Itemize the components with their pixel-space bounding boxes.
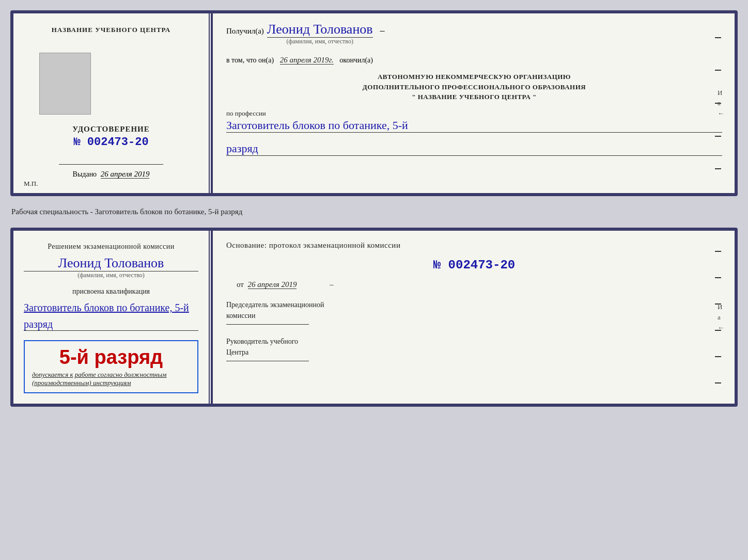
edge-char-arrow: ←: [718, 109, 724, 118]
director-block: Руководитель учебного Центра: [226, 336, 722, 361]
side-dash-1: [715, 37, 721, 38]
chairman-title2: комиссии: [226, 310, 722, 321]
org-line2: ДОПОЛНИТЕЛЬНОГО ПРОФЕССИОНАЛЬНОГО ОБРАЗО…: [226, 82, 722, 92]
qual-person-name: Леонид Толованов: [24, 255, 198, 271]
qual-side-dash-5: [715, 356, 721, 357]
basis-number: № 002473-20: [226, 258, 722, 272]
date-suffix: окончил(а): [339, 56, 373, 64]
udost-label: УДОСТОВЕРЕНИЕ: [72, 125, 150, 134]
rank-value: разряд: [226, 142, 722, 156]
qual-side-dash-1: [715, 251, 721, 252]
date-row: в том, что он(а) 26 апреля 2019г. окончи…: [226, 56, 722, 65]
profession-label: по профессии: [226, 109, 722, 118]
org-line1: АВТОНОМНУЮ НЕКОММЕРЧЕСКУЮ ОРГАНИЗАЦИЮ: [226, 72, 722, 82]
training-center-name-top: НАЗВАНИЕ УЧЕБНОГО ЦЕНТРА: [52, 26, 171, 34]
qual-side-dash-2: [715, 277, 721, 278]
mp-stamp: М.П.: [24, 180, 38, 188]
specialty-label: Рабочая специальность - Заготовитель бло…: [10, 205, 738, 218]
qual-right-edge-decorations: И а ←: [718, 303, 724, 332]
org-line3: " НАЗВАНИЕ УЧЕБНОГО ЦЕНТРА ": [226, 92, 722, 102]
qual-name-subtitle: (фамилия, имя, отчество): [77, 271, 144, 279]
side-dash-4: [715, 136, 721, 137]
assigned-label: присвоена квалификация: [24, 287, 198, 296]
cert-right-panel: Получил(а) Леонид Толованов (фамилия, им…: [214, 13, 735, 193]
director-signature-line: [226, 361, 309, 361]
admit-value: работе согласно должностным: [75, 371, 167, 378]
basis-date-value: 26 апреля 2019: [248, 280, 297, 289]
admit-italic: работе согласно должностным: [75, 371, 167, 378]
received-label: Получил(а): [226, 27, 264, 36]
qual-card-divider: [211, 231, 213, 404]
profession-block: по профессии Заготовитель блоков по бота…: [226, 109, 722, 133]
chairman-title: Председатель экзаменационной: [226, 299, 722, 310]
card-divider: [211, 13, 213, 193]
qual-profession: Заготовитель блоков по ботанике, 5-й: [24, 301, 198, 314]
page-wrapper: НАЗВАНИЕ УЧЕБНОГО ЦЕНТРА УДОСТОВЕРЕНИЕ №…: [10, 10, 738, 407]
side-dash-3: [715, 103, 721, 104]
photo-placeholder: [39, 53, 91, 115]
profession-value: Заготовитель блоков по ботанике, 5-й: [226, 119, 722, 133]
certificate-card-top: НАЗВАНИЕ УЧЕБНОГО ЦЕНТРА УДОСТОВЕРЕНИЕ №…: [10, 10, 738, 196]
admit-prefix: допускается к: [32, 371, 73, 378]
grade-display: 5-й разряд: [32, 346, 190, 369]
chairman-block: Председатель экзаменационной комиссии: [226, 299, 722, 325]
grade-box: 5-й разряд допускается к работе согласно…: [24, 340, 198, 393]
recipient-name: Леонид Толованов: [267, 22, 373, 37]
qual-left-panel: Решением экзаменационной комиссии Леонид…: [13, 231, 210, 404]
basis-dash: –: [330, 280, 334, 289]
director-title: Руководитель учебного: [226, 336, 722, 347]
issued-date: 26 апреля 2019: [101, 170, 150, 179]
side-dash-2: [715, 70, 721, 71]
basis-date-prefix: от: [237, 280, 244, 289]
qual-edge-char-a: а: [718, 313, 724, 322]
org-block: АВТОНОМНУЮ НЕКОММЕРЧЕСКУЮ ОРГАНИЗАЦИЮ ДО…: [226, 72, 722, 102]
basis-date-row: от 26 апреля 2019 –: [226, 280, 722, 289]
side-dash-5: [715, 168, 721, 169]
date-prefix: в том, что он(а): [226, 56, 274, 64]
completion-date: 26 апреля 2019г.: [280, 56, 334, 65]
qual-side-dash-4: [715, 330, 721, 331]
chairman-signature-line: [226, 324, 309, 325]
qual-rank: разряд: [24, 318, 198, 331]
qual-side-dash-6: [715, 382, 721, 383]
received-row: Получил(а) Леонид Толованов (фамилия, им…: [226, 24, 722, 45]
qual-side-dash-3: [715, 303, 721, 305]
basis-title: Основание: протокол экзаменационной коми…: [226, 241, 722, 250]
cert-left-panel: НАЗВАНИЕ УЧЕБНОГО ЦЕНТРА УДОСТОВЕРЕНИЕ №…: [13, 13, 210, 193]
issued-line: Выдано 26 апреля 2019: [73, 170, 150, 183]
admit-value-2: (производственным) инструкциям: [32, 379, 190, 387]
director-title2: Центра: [226, 347, 722, 358]
name-subtitle: (фамилия, имя, отчество): [267, 37, 373, 45]
decision-text: Решением экзаменационной комиссии: [24, 241, 198, 252]
qualification-card: Решением экзаменационной комиссии Леонид…: [10, 228, 738, 407]
issued-label: Выдано: [73, 170, 97, 178]
qual-right-panel: Основание: протокол экзаменационной коми…: [214, 231, 735, 404]
dash-separator: –: [380, 25, 385, 36]
cert-number-top: № 002473-20: [73, 136, 148, 149]
admit-text: допускается к работе согласно должностны…: [32, 371, 190, 387]
edge-char-i: И: [718, 89, 724, 97]
